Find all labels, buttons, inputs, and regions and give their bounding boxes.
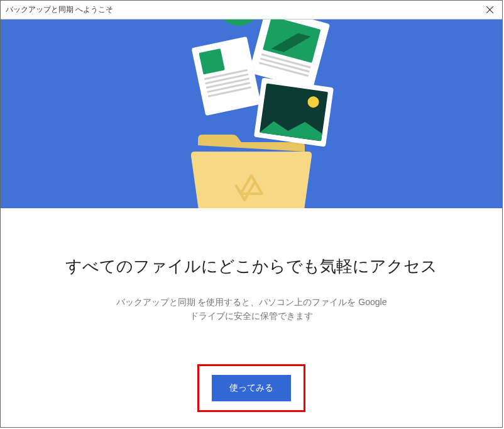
content-section: すべてのファイルにどこからでも気軽にアクセス バックアップと同期 を使用すると、… (1, 208, 502, 427)
titlebar: バックアップと同期 へようこそ (1, 1, 502, 20)
document-chart-icon (249, 20, 330, 90)
headline: すべてのファイルにどこからでも気軽にアクセス (65, 255, 437, 277)
disc-icon (212, 20, 266, 31)
close-button[interactable] (482, 3, 497, 18)
hero-illustration (145, 20, 358, 208)
window-title: バックアップと同期 へようこそ (6, 4, 482, 15)
welcome-window: バックアップと同期 へようこそ (0, 0, 503, 428)
photo-icon (254, 77, 334, 147)
subtext-line-2: ドライブに安全に保管できます (190, 311, 313, 321)
document-icon (192, 36, 261, 116)
subtext: バックアップと同期 を使用すると、パソコン上のファイルを Google ドライブ… (116, 295, 387, 323)
cta-highlight-border: 使ってみる (197, 364, 305, 412)
hero-section (1, 20, 502, 208)
close-icon (486, 6, 493, 13)
get-started-button[interactable]: 使ってみる (212, 375, 291, 401)
subtext-line-1: バックアップと同期 を使用すると、パソコン上のファイルを Google (116, 297, 387, 307)
